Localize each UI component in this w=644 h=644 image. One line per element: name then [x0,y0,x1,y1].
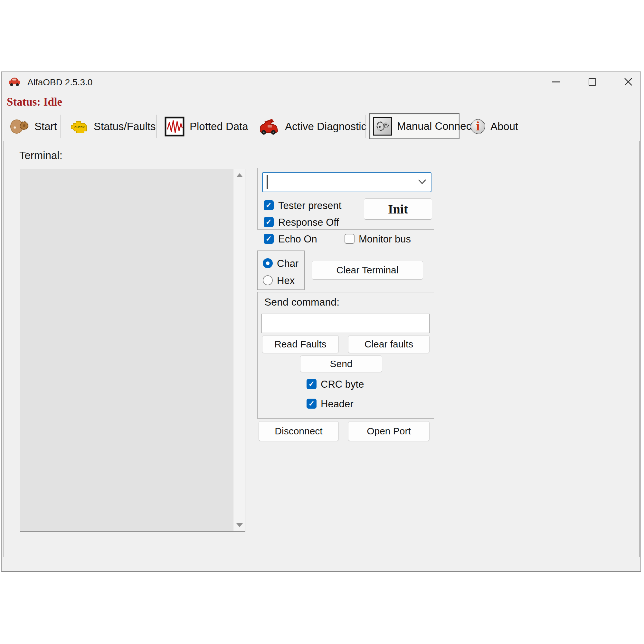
maximize-icon [589,78,596,86]
header-checkbox[interactable] [307,399,317,409]
tab-about[interactable]: About [467,113,545,140]
tab-label: Start [34,120,57,133]
clear-terminal-button[interactable]: Clear Terminal [312,261,423,279]
ignition-key-icon [9,117,29,136]
arrow-down-icon [236,523,243,527]
tabbar: Start CHECK Status/Faults Plotted Data [4,113,640,140]
titlebar: AlfaOBD 2.5.3.0 [2,72,640,92]
tab-label: Status/Faults [94,120,156,133]
window-title: AlfaOBD 2.5.3.0 [27,77,92,88]
manual-connect-panel: Terminal: Tester present Init Response O… [4,141,640,557]
tab-separator [461,115,461,138]
header-label: Header [321,398,354,410]
tab-start[interactable]: Start [6,113,61,140]
terminal-scrollbar[interactable] [233,169,245,531]
close-button[interactable] [620,74,637,89]
close-icon [624,78,632,86]
car-open-hood-icon [258,117,280,136]
tab-separator [250,115,250,138]
terminal-text [20,169,233,531]
crc-byte-checkbox[interactable] [307,379,317,389]
echo-on-checkbox[interactable] [264,234,274,244]
check-engine-icon: CHECK [70,119,89,134]
app-logo-car-icon [8,76,21,88]
crc-byte-label: CRC byte [321,379,364,390]
init-button[interactable]: Init [364,198,432,220]
send-command-input[interactable] [261,314,430,333]
send-button[interactable]: Send [300,355,382,372]
hex-radio-label: Hex [277,275,295,287]
tab-manual-connect[interactable]: Manual Connect [369,113,459,139]
tab-label: Plotted Data [190,120,248,133]
chevron-down-icon [417,178,427,185]
connector-icon [373,117,392,136]
svg-text:CHECK: CHECK [74,126,85,129]
hex-radio[interactable] [263,275,273,285]
monitor-bus-label: Monitor bus [359,233,411,245]
tab-status-faults[interactable]: CHECK Status/Faults [67,113,154,140]
send-command-label: Send command: [264,296,339,308]
read-faults-button[interactable]: Read Faults [262,335,339,353]
char-radio[interactable] [263,258,273,268]
tab-separator [61,115,61,138]
tab-label: About [490,120,518,133]
tab-separator [156,115,157,138]
maximize-button[interactable] [584,74,601,89]
scroll-down-button[interactable] [233,519,245,531]
terminal-label: Terminal: [19,149,62,162]
minimize-button[interactable] [548,74,564,89]
tab-active-diagnostic[interactable]: Active Diagnostic [255,113,364,140]
waveform-icon [165,117,185,137]
tester-present-label: Tester present [278,200,341,212]
text-caret [267,175,268,189]
device-combobox[interactable] [262,172,431,192]
tab-separator [365,115,365,138]
disconnect-button[interactable]: Disconnect [259,421,339,441]
minimize-icon [552,81,560,82]
tester-present-checkbox[interactable] [264,200,274,210]
clear-faults-button[interactable]: Clear faults [348,335,430,353]
terminal-output[interactable] [20,169,245,532]
echo-on-label: Echo On [278,233,317,245]
char-radio-label: Char [277,258,298,270]
response-off-label: Response Off [278,217,339,228]
tab-plotted-data[interactable]: Plotted Data [161,113,249,140]
scroll-up-button[interactable] [233,169,245,181]
response-off-checkbox[interactable] [264,217,274,227]
tab-label: Active Diagnostic [285,120,366,133]
monitor-bus-checkbox[interactable] [345,234,355,244]
open-port-button[interactable]: Open Port [348,421,430,441]
tab-label: Manual Connect [397,120,474,132]
app-window: AlfaOBD 2.5.3.0 Status: Idle Start [1,71,641,572]
arrow-up-icon [236,173,243,177]
status-text: Status: Idle [7,96,62,109]
info-icon [470,119,485,134]
